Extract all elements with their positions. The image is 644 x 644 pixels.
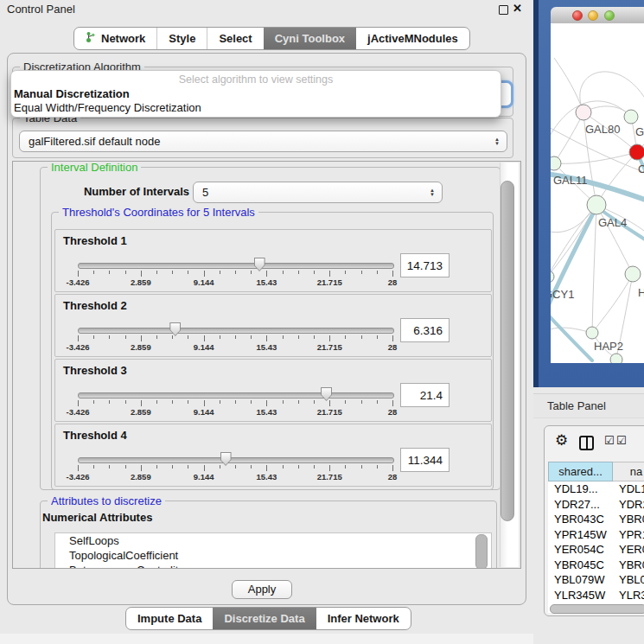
network-node-node-red[interactable]: [629, 144, 644, 160]
tick-label: 15.43: [257, 342, 277, 352]
tab-label: Network: [101, 32, 145, 45]
mac-close-icon[interactable]: [572, 10, 583, 21]
tab-infer-network[interactable]: Infer Network: [316, 608, 411, 629]
tick-label: 21.715: [317, 277, 342, 287]
network-node-node-bottom[interactable]: [610, 354, 622, 363]
tick-mark: [188, 271, 188, 274]
threshold-value-field[interactable]: 6.316: [400, 318, 450, 342]
network-window-titlebar[interactable]: [551, 7, 644, 24]
table-data-combo[interactable]: galFiltered.sif default node ▲▼: [19, 131, 507, 152]
threshold-slider-thumb[interactable]: [220, 452, 232, 466]
table-horizontal-scrollbar[interactable]: [550, 604, 644, 614]
table-row[interactable]: YLR345WYLR3: [548, 588, 644, 603]
popup-item-equal-width-frequency[interactable]: Equal Width/Frequency Discretization: [14, 101, 498, 115]
control-panel-title: Control Panel: [7, 3, 75, 16]
table-row[interactable]: YDR27...YDR2: [548, 497, 644, 513]
table-row[interactable]: YPR145WYPR1: [548, 527, 644, 543]
attribute-list-item[interactable]: SelfLoops: [55, 533, 491, 548]
tick-label: 9.144: [194, 342, 214, 352]
popup-item-manual-discretization[interactable]: Manual Discretization: [14, 87, 498, 101]
scrollpane-scrollbar-thumb[interactable]: [501, 181, 514, 521]
network-node-gal4[interactable]: [587, 195, 606, 214]
network-canvas[interactable]: GAL80GAGAL11CGAL4GCY1HHAP2: [551, 23, 644, 363]
threshold-value-field[interactable]: 11.344: [400, 448, 450, 472]
table-row[interactable]: YBR043CYBR0: [548, 512, 644, 527]
table-row[interactable]: YER054CYER0: [548, 542, 644, 558]
threshold-slider-track[interactable]: [78, 392, 394, 399]
threshold-slider-track[interactable]: [78, 263, 394, 269]
attributes-list-scrollbar[interactable]: [475, 534, 488, 569]
table-row[interactable]: YBL079WYBL0: [548, 572, 644, 588]
tab-label: Select: [219, 32, 252, 45]
threshold-slider-thumb[interactable]: [254, 258, 265, 271]
threshold-slider-track[interactable]: [78, 328, 394, 334]
tick-mark: [109, 335, 110, 339]
tab-label: Discretize Data: [224, 612, 304, 625]
spinner-arrows-icon[interactable]: ▲▼: [494, 137, 500, 146]
checkbox-icon[interactable]: ☑: [604, 434, 615, 447]
tab-select[interactable]: Select: [207, 28, 263, 49]
threshold-value-field[interactable]: 21.4: [400, 383, 450, 407]
network-node-hap2[interactable]: [586, 327, 598, 339]
table-row[interactable]: YBR045CYBR0: [548, 558, 644, 573]
tick-mark: [109, 271, 110, 274]
checkbox-icon[interactable]: ☑: [616, 434, 627, 447]
tick-label: 21.715: [317, 472, 342, 481]
tick-mark: [235, 465, 236, 469]
float-window-icon[interactable]: [499, 5, 508, 15]
columns-icon[interactable]: [579, 436, 594, 450]
apply-button[interactable]: Apply: [232, 580, 292, 599]
tick-mark: [172, 335, 173, 339]
numerical-attributes-list[interactable]: SelfLoopsTopologicalCoefficientBetweenne…: [54, 532, 492, 569]
tick-mark: [392, 271, 393, 277]
tab-style[interactable]: Style: [156, 28, 207, 49]
tab-network[interactable]: Network: [74, 28, 156, 49]
network-node-gal11[interactable]: [551, 156, 561, 170]
table-row[interactable]: YDL19...YDL1: [548, 481, 644, 497]
attribute-list-item[interactable]: TopologicalCoefficient: [55, 548, 491, 563]
tick-mark: [220, 465, 220, 469]
threshold-label: Threshold 2: [63, 299, 127, 312]
attribute-list-item[interactable]: BetweennessCentrality: [55, 563, 491, 569]
spinner-arrows-icon[interactable]: ▲▼: [430, 188, 435, 197]
table-panel-title: Table Panel: [547, 399, 606, 412]
tab-jactivemnodules[interactable]: jActiveMNodules: [356, 28, 469, 49]
table-header-row: shared... na: [548, 462, 644, 481]
tick-label: -3.426: [67, 407, 90, 417]
tick-mark: [93, 465, 94, 469]
network-node-label: GCY1: [551, 288, 574, 301]
close-icon[interactable]: ✕: [513, 2, 522, 15]
tab-cyni-toolbox[interactable]: Cyni Toolbox: [264, 28, 356, 49]
slider-tick-labels: -3.4262.8599.14415.4321.71528: [78, 277, 392, 288]
tick-mark: [204, 400, 205, 406]
tick-mark: [392, 465, 393, 471]
threshold-slider-thumb[interactable]: [169, 322, 181, 336]
scrollpane-scrollbar-track[interactable]: [500, 163, 519, 567]
threshold-value-field[interactable]: 14.713: [400, 253, 450, 277]
gear-icon[interactable]: ⚙: [555, 431, 568, 450]
mac-minimize-icon[interactable]: [588, 10, 598, 21]
network-node-node-h[interactable]: [625, 266, 641, 282]
tick-mark: [283, 465, 284, 469]
column-header-shared-name[interactable]: shared...: [548, 462, 613, 481]
tick-label: 2.859: [131, 407, 151, 417]
tab-label: Impute Data: [137, 612, 201, 625]
threshold-slider-thumb[interactable]: [321, 387, 332, 401]
table-cell: YLR3: [613, 588, 644, 603]
number-of-intervals-spinner[interactable]: 5 ▲▼: [193, 182, 443, 203]
tick-label: 9.144: [194, 277, 214, 287]
column-header-name[interactable]: na: [613, 462, 644, 481]
tick-mark: [329, 335, 330, 341]
tab-impute-data[interactable]: Impute Data: [126, 608, 213, 629]
network-node-label: GAL11: [553, 174, 588, 187]
table-data-combo-value: galFiltered.sif default node: [29, 135, 160, 148]
network-node-node-top-right[interactable]: [624, 110, 638, 124]
tick-mark: [266, 465, 267, 471]
network-node-gcy1[interactable]: [551, 271, 554, 283]
tick-mark: [204, 271, 205, 277]
network-node-gal80[interactable]: [576, 105, 591, 120]
threshold-slider-track[interactable]: [78, 457, 394, 463]
top-tab-bar: NetworkStyleSelectCyni ToolboxjActiveMNo…: [73, 27, 470, 50]
tab-discretize-data[interactable]: Discretize Data: [213, 608, 316, 629]
mac-zoom-icon[interactable]: [604, 10, 615, 21]
